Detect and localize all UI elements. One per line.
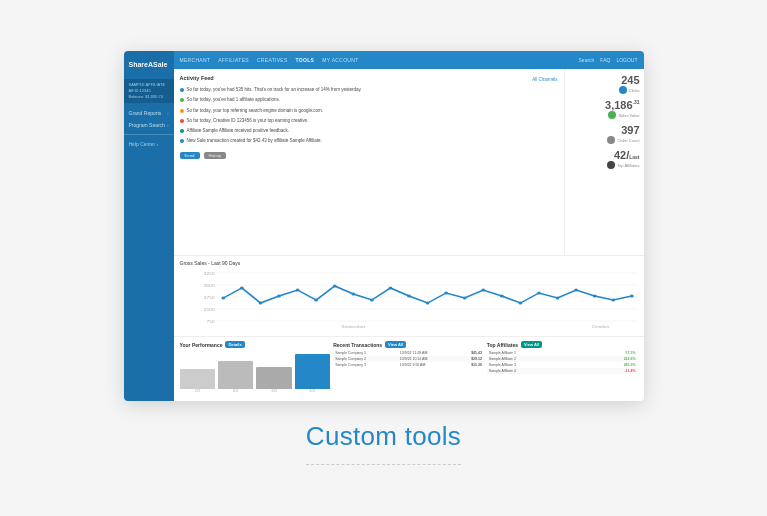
sidebar-item-program-search[interactable]: Program Search › (124, 119, 174, 131)
bar-label-3: 3/22 (271, 389, 277, 393)
activity-item-5: Affiliate Sample Affiliate received posi… (180, 128, 558, 134)
activity-header: Activity Feed All Channels (180, 75, 558, 83)
stat-clicks-label: Clicks (629, 88, 640, 93)
svg-point-32 (629, 295, 633, 298)
all-channels-label[interactable]: All Channels (532, 77, 557, 82)
stat-last-label: Top Affiliates (617, 163, 639, 168)
bar-label-2: 2/22 (233, 389, 239, 393)
svg-text:3250: 3250 (203, 271, 215, 275)
table-row: Sample Affiliate 4 -11.4% (487, 368, 638, 374)
stats-panel: 245 Clicks 3,186.31 Sales Value (564, 69, 644, 255)
svg-text:750: 750 (206, 319, 215, 323)
svg-point-27 (537, 292, 541, 295)
svg-text:October: October (592, 324, 610, 328)
performance-panel: Your Performance Details 1/22 2/22 (180, 341, 331, 397)
bar-3: 3/22 (256, 367, 291, 393)
stat-last: 42/Last Top Affiliates (569, 150, 640, 169)
activity-dot-4 (180, 119, 184, 123)
svg-point-21 (425, 302, 429, 305)
performance-badge[interactable]: Details (225, 341, 244, 348)
tx-merchant-3: Sample Company 3 (333, 362, 398, 368)
stat-clicks-label-row: Clicks (619, 86, 640, 94)
top-nav-items: MERCHANT AFFILIATES CREATIVES TOOLS MY A… (180, 57, 359, 63)
top-nav-right: Search FAQ LOGOUT (579, 57, 638, 63)
stat-sales-icon (608, 111, 616, 119)
bottom-panels: Your Performance Details 1/22 2/22 (174, 336, 644, 401)
chart-title: Gross Sales - Last 90 Days (180, 260, 638, 266)
stat-clicks: 245 Clicks (569, 75, 640, 94)
svg-text:2750: 2750 (203, 295, 215, 299)
main-content: MERCHANT AFFILIATES CREATIVES TOOLS MY A… (174, 51, 644, 401)
nav-item-affiliates[interactable]: AFFILIATES (218, 57, 249, 63)
bar-label-1: 1/22 (194, 389, 200, 393)
bar-shape-2 (218, 361, 253, 389)
bar-shape-1 (180, 369, 215, 389)
nav-search[interactable]: Search (579, 57, 595, 63)
activity-dot-5 (180, 129, 184, 133)
bar-4: 4/22 (295, 354, 330, 393)
tx-amount-3: $15.36 (456, 362, 483, 368)
svg-point-24 (481, 289, 485, 292)
activity-dot-1 (180, 88, 184, 92)
stat-sales-label: Sales Value (618, 113, 639, 118)
top-affiliates-panel: Top Affiliates View All Sample Affiliate… (487, 341, 638, 397)
nav-faq[interactable]: FAQ (600, 57, 610, 63)
history-button[interactable]: History (204, 152, 226, 159)
activity-text-6: New Sale transaction created for $42.43 … (187, 138, 322, 144)
activity-dot-2 (180, 98, 184, 102)
svg-point-29 (574, 289, 578, 292)
svg-point-30 (592, 295, 596, 298)
svg-point-23 (462, 297, 466, 300)
activity-item-6: New Sale transaction created for $42.43 … (180, 138, 558, 144)
activity-text-3: So far today, your top referring search … (187, 108, 324, 114)
performance-bars: 1/22 2/22 3/22 4/22 (180, 350, 331, 397)
stat-orders-label: Order Count (617, 138, 639, 143)
svg-point-14 (295, 289, 299, 292)
nav-item-my-account[interactable]: MY ACCOUNT (322, 57, 358, 63)
stat-sales-number: 3,186.31 (605, 100, 639, 111)
top-affiliates-title: Top Affiliates View All (487, 341, 638, 348)
stat-last-label-row: Top Affiliates (607, 161, 639, 169)
activity-item-3: So far today, your top referring search … (180, 108, 558, 114)
recent-transactions-table: Sample Company 1 10/9/22 11:28 AM $45.43… (333, 350, 484, 368)
bar-2: 2/22 (218, 361, 253, 393)
bar-shape-4 (295, 354, 330, 389)
recent-transactions-panel: Recent Transactions View All Sample Comp… (333, 341, 484, 397)
card-container: ShareASale SAMPLE AFFILIATE Aff ID:12345… (0, 51, 767, 465)
nav-item-creatives[interactable]: CREATIVES (257, 57, 288, 63)
svg-text:2500: 2500 (203, 307, 215, 311)
chevron-right-icon: › (167, 123, 168, 128)
logo-text: ShareASale (129, 61, 169, 69)
svg-point-31 (611, 299, 615, 302)
performance-title: Your Performance Details (180, 341, 331, 348)
top-affiliates-table: Sample Affiliate 1 57.5% Sample Affiliat… (487, 350, 638, 374)
activity-text-5: Affiliate Sample Affiliate received posi… (187, 128, 289, 134)
bar-1: 1/22 (180, 369, 215, 393)
svg-point-13 (277, 295, 281, 298)
stat-sales: 3,186.31 Sales Value (569, 100, 640, 119)
chevron-right-icon: › (167, 111, 168, 116)
recent-transactions-badge[interactable]: View All (385, 341, 406, 348)
page-footer: Custom tools (306, 421, 461, 465)
svg-point-15 (314, 299, 318, 302)
sidebar-user-info: SAMPLE AFFILIATE Aff ID:12345 Balance: $… (124, 79, 174, 103)
email-button[interactable]: Email (180, 152, 200, 159)
table-row: Sample Company 3 10/9/22 9:50 AM $15.36 (333, 362, 484, 368)
svg-text:3000: 3000 (203, 283, 215, 287)
stat-last-icon (607, 161, 615, 169)
nav-item-tools[interactable]: TOOLS (296, 57, 315, 63)
svg-point-10 (221, 297, 225, 300)
svg-point-17 (351, 293, 355, 296)
top-affiliates-badge[interactable]: View All (521, 341, 542, 348)
sidebar-divider (124, 134, 174, 135)
nav-item-merchant[interactable]: MERCHANT (180, 57, 211, 63)
activity-text-1: So far today, you've had 535 hits. That'… (187, 87, 362, 93)
sidebar: ShareASale SAMPLE AFFILIATE Aff ID:12345… (124, 51, 174, 401)
recent-transactions-title: Recent Transactions View All (333, 341, 484, 348)
sidebar-item-help[interactable]: Help Center › (124, 138, 174, 150)
nav-logout[interactable]: LOGOUT (616, 57, 637, 63)
sidebar-item-grand-reports[interactable]: Grand Reports › (124, 107, 174, 119)
stat-clicks-icon (619, 86, 627, 94)
svg-point-19 (388, 287, 392, 290)
aff-change-4: -11.4% (586, 368, 637, 374)
